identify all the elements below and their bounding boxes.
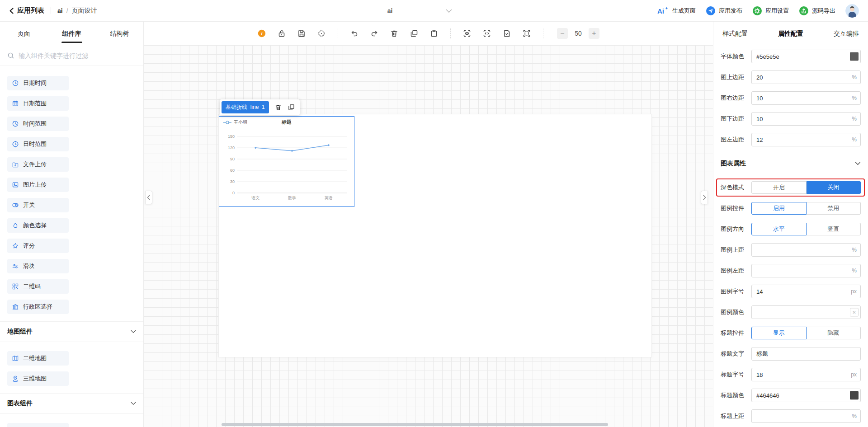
legend-color-input[interactable]	[751, 305, 861, 319]
component-item-map-3d[interactable]: 三维地图	[7, 371, 69, 386]
component-item-map-2d[interactable]: 二维地图	[7, 351, 69, 366]
svg-text:0: 0	[232, 191, 235, 195]
sidebar-tab-pages[interactable]: 页面	[0, 22, 48, 45]
page-selector[interactable]: ai	[328, 0, 452, 22]
color-picker-icon	[12, 222, 19, 229]
section-header-chart-props-section[interactable]: 图表属性	[721, 150, 861, 177]
horizontal-scrollbar[interactable]	[222, 423, 608, 426]
title-text-input[interactable]	[751, 347, 861, 361]
section-header-map-components[interactable]: 地图组件	[0, 321, 143, 342]
config-panel-tabs: 样式配置属性配置交互编排	[713, 22, 868, 45]
legend-color-swatch[interactable]: ✕	[850, 308, 859, 317]
font-color-swatch[interactable]	[850, 52, 859, 61]
generate-page-button[interactable]: Ai生成页面	[657, 6, 696, 15]
redo-button[interactable]	[370, 29, 379, 38]
search-input[interactable]	[19, 52, 136, 59]
panel-tab-style-config[interactable]: 样式配置	[722, 22, 748, 45]
component-item-day-time-range[interactable]: 日时范围	[7, 137, 69, 151]
lock-icon	[277, 29, 286, 38]
component-item-rating[interactable]: 评分	[7, 239, 69, 253]
ai-logo-icon: Ai	[657, 6, 669, 15]
title-font-size-input[interactable]	[751, 368, 861, 381]
component-item-date-range[interactable]: 日期范围	[7, 96, 69, 111]
copy-button[interactable]	[410, 29, 419, 38]
component-item-datetime[interactable]: 日期时间	[7, 76, 69, 90]
dark-mode-option-0[interactable]: 开启	[751, 181, 807, 194]
component-item-qrcode[interactable]: 二维码	[7, 279, 69, 294]
user-avatar[interactable]	[845, 4, 859, 18]
title-control-option-0[interactable]: 显示	[751, 327, 807, 339]
legend-control-option-0[interactable]: 启用	[751, 202, 807, 215]
zoom-out-button[interactable]: −	[557, 28, 568, 39]
title-margin-top-input[interactable]	[751, 409, 861, 423]
component-item-time-range[interactable]: 时间范围	[7, 117, 69, 131]
code-icon	[482, 29, 491, 38]
locate-button[interactable]	[317, 29, 326, 38]
paste-button[interactable]	[429, 29, 439, 38]
date-range-icon	[12, 100, 19, 107]
title-color-swatch[interactable]	[850, 391, 859, 400]
field-row-legend-font-size: 图例字号px	[721, 281, 861, 302]
zoom-in-button[interactable]: +	[589, 28, 599, 39]
page-check-button[interactable]	[502, 29, 511, 38]
title-color-input[interactable]	[751, 389, 861, 402]
chart-margin-top-input[interactable]	[751, 70, 861, 84]
panel-tab-interaction[interactable]: 交互编排	[834, 22, 859, 45]
collapse-left-panel-handle[interactable]	[145, 191, 152, 204]
sidebar-tab-components[interactable]: 组件库	[48, 22, 96, 45]
legend-direction-option-0[interactable]: 水平	[751, 223, 807, 235]
save-button[interactable]	[297, 29, 306, 38]
title-control-option-1[interactable]: 隐藏	[807, 327, 861, 339]
source-export-button[interactable]: 源码导出	[799, 6, 835, 16]
delete-component-button[interactable]	[274, 103, 282, 111]
copy-component-button[interactable]	[288, 103, 295, 111]
panel-tab-props-config[interactable]: 属性配置	[778, 22, 803, 45]
collapse-right-panel-handle[interactable]	[701, 191, 708, 204]
info-button[interactable]: i	[257, 29, 266, 38]
frame-button[interactable]	[522, 29, 531, 38]
undo-button[interactable]	[350, 29, 359, 38]
component-item-label: 文件上传	[23, 160, 47, 169]
svg-text:数学: 数学	[288, 196, 296, 200]
svg-text:30: 30	[230, 179, 235, 184]
dark-mode-option-1[interactable]: 关闭	[807, 181, 861, 194]
font-color-input[interactable]	[751, 50, 861, 63]
legend-direction-option-1[interactable]: 竖直	[807, 223, 861, 235]
chart-margin-left-input[interactable]	[751, 133, 861, 146]
legend-margin-top-input[interactable]	[751, 243, 861, 257]
section-header-chart-components[interactable]: 图表组件	[0, 393, 143, 414]
component-item-switch[interactable]: 开关	[7, 198, 69, 212]
field-row-title-font-size: 标题字号px	[721, 364, 861, 385]
selected-component-name[interactable]: 基础折线_line_1	[222, 101, 269, 113]
app-settings-button[interactable]: 应用设置	[752, 6, 789, 16]
component-item-basic-bar[interactable]: 基础柱状	[7, 423, 69, 427]
component-item-region-select[interactable]: 行政区选择	[7, 300, 69, 314]
lock-button[interactable]	[277, 29, 286, 38]
component-item-slider[interactable]: 滑块	[7, 259, 69, 273]
app-publish-button[interactable]: 应用发布	[706, 6, 742, 16]
field-row-title-color: 标题颜色	[721, 385, 861, 406]
field-row-chart-margin-left: 图左边距%	[721, 129, 861, 150]
legend-control-option-1[interactable]: 禁用	[807, 202, 861, 215]
delete-button[interactable]	[390, 29, 399, 38]
component-item-file-upload[interactable]: 文件上传	[7, 157, 69, 172]
legend-font-size-input[interactable]	[751, 285, 861, 298]
preview-button[interactable]	[462, 29, 472, 38]
sidebar-tab-structure-tree[interactable]: 结构树	[95, 22, 143, 45]
back-button[interactable]: 应用列表	[9, 6, 44, 15]
component-item-label: 评分	[23, 242, 35, 250]
chart-margin-right-input[interactable]	[751, 91, 861, 105]
switch-icon	[12, 202, 19, 209]
canvas-toolbar: i−50+	[144, 22, 713, 45]
chart-margin-bottom-input[interactable]	[751, 112, 861, 126]
time-range-icon	[12, 120, 19, 127]
legend-margin-left-input[interactable]	[751, 264, 861, 277]
field-row-title-text: 标题文字	[721, 343, 861, 364]
chevron-down-icon	[855, 162, 861, 165]
component-item-image-upload[interactable]: 图片上传	[7, 178, 69, 192]
line-chart-component[interactable]: 王小明 标题 0306090120150语文数学英语	[219, 116, 354, 207]
canvas-stage[interactable]: 基础折线_line_1 王小明 标题 0306090120150语文数学英语	[144, 45, 713, 427]
code-button[interactable]	[482, 29, 491, 38]
component-item-color-picker[interactable]: 颜色选择	[7, 218, 69, 233]
field-label: 图例方向	[721, 225, 751, 233]
